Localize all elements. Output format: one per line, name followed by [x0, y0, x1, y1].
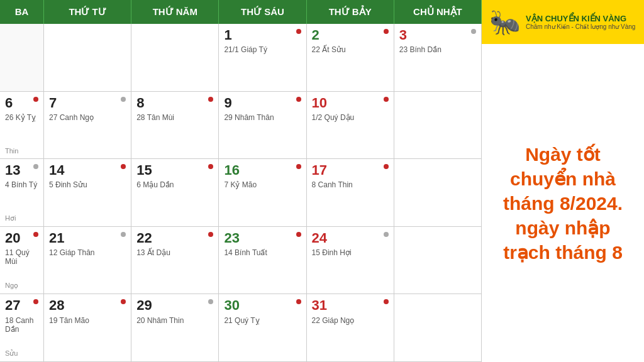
logo-text-block: VẬN CHUYỂN KIẾN VÀNG Chăm như Kiến - Chấ… [526, 14, 635, 30]
day-dot [33, 232, 38, 237]
cell-r3-c2: 2213 Ất Dậu [131, 227, 219, 294]
header-col-1: THỨ TƯ [44, 0, 131, 24]
day-number: 14 [49, 163, 126, 178]
cell-r4-c2: 2920 Nhâm Thin [131, 294, 219, 361]
calendar-row-0: 121/1 Giáp Tý222 Ất Sửu323 Bính Dần [0, 24, 482, 92]
lunar-date: 21 Quý Tỵ [224, 316, 301, 325]
calendar-row-2: 134 Bính TýHơi145 Đinh Sửu156 Mậu Dần167… [0, 159, 482, 227]
lunar-date: 23 Bính Dần [399, 45, 476, 54]
lunar-date: 12 Giáp Thân [49, 248, 126, 257]
lunar-date: 18 Canh Dần [5, 316, 38, 334]
day-number: 29 [136, 298, 213, 313]
day-number: 3 [399, 28, 476, 43]
cell-r4-c1: 2819 Tân Mão [44, 294, 131, 361]
day-dot [121, 232, 126, 237]
cell-r0-c5: 323 Bính Dần [394, 24, 482, 91]
logo-title: VẬN CHUYỂN KIẾN VÀNG [526, 14, 635, 23]
header-col-2: THỨ NĂM [131, 0, 219, 24]
calendar-header: BA THỨ TƯ THỨ NĂM THỨ SÁU THỨ BẢY CHỦ NH… [0, 0, 482, 24]
day-dot [296, 232, 301, 237]
day-dot [384, 97, 389, 102]
cell-r3-c0: 2011 Quý MùiNgọ [0, 227, 44, 294]
lunar-date: 29 Nhâm Thân [224, 113, 301, 122]
cell-r2-c0: 134 Bính TýHơi [0, 159, 44, 226]
day-number: 15 [136, 163, 213, 178]
calendar-row-3: 2011 Quý MùiNgọ2112 Giáp Thân2213 Ất Dậu… [0, 227, 482, 295]
cell-r0-c2 [131, 24, 219, 91]
cell-r2-c2: 156 Mậu Dần [131, 159, 219, 226]
day-dot [296, 97, 301, 102]
lunar-date: 21/1 Giáp Tý [224, 45, 301, 54]
lunar-date: 5 Đinh Sửu [49, 180, 126, 189]
logo-sub: Chăm như Kiến - Chất lượng như Vàng [526, 23, 635, 30]
cell-r4-c0: 2718 Canh DầnSửu [0, 294, 44, 361]
cell-r0-c1 [44, 24, 131, 91]
day-number: 30 [224, 298, 301, 313]
cell-r4-c5 [394, 294, 482, 361]
header-col-0: BA [0, 0, 44, 24]
day-dot [471, 29, 476, 34]
calendar-row-1: 626 Kỷ TỵThin727 Canh Ngọ828 Tân Mùi929 … [0, 92, 482, 160]
cell-r2-c4: 178 Canh Thin [307, 159, 394, 226]
cell-r3-c4: 2415 Đinh Hợi [307, 227, 394, 294]
lunar-date: 28 Tân Mùi [136, 113, 213, 122]
lunar-date: 6 Mậu Dần [136, 180, 213, 189]
day-number: 1 [224, 28, 301, 43]
lunar-date: 20 Nhâm Thin [136, 316, 213, 325]
cell-r2-c3: 167 Kỷ Mão [219, 159, 306, 226]
day-dot [208, 97, 213, 102]
day-number: 21 [49, 231, 126, 246]
promo-content: Ngày tốt chuyển nhà tháng 8/2024. ngày n… [494, 142, 631, 265]
day-number: 8 [136, 96, 213, 111]
cell-r1-c0: 626 Kỷ TỵThin [0, 92, 44, 159]
lunar-date: 26 Kỷ Tỵ [5, 113, 38, 122]
lunar-date: 14 Bính Tuất [224, 248, 301, 257]
day-dot [384, 164, 389, 169]
cell-r0-c3: 121/1 Giáp Tý [219, 24, 306, 91]
logo-icon: 🐜 [489, 8, 521, 37]
side-text: Ngọ [5, 282, 38, 290]
cell-r3-c1: 2112 Giáp Thân [44, 227, 131, 294]
header-col-5: CHỦ NHẬT [394, 0, 482, 24]
cell-r0-c0 [0, 24, 44, 91]
sidebar: 🐜 VẬN CHUYỂN KIẾN VÀNG Chăm như Kiến - C… [482, 0, 644, 362]
day-number: 7 [49, 96, 126, 111]
cell-r1-c3: 929 Nhâm Thân [219, 92, 306, 159]
cell-r2-c5 [394, 159, 482, 226]
lunar-date: 22 Ất Sửu [312, 45, 389, 54]
calendar-section: BA THỨ TƯ THỨ NĂM THỨ SÁU THỨ BẢY CHỦ NH… [0, 0, 482, 362]
lunar-date: 11 Quý Mùi [5, 248, 38, 266]
cell-r0-c4: 222 Ất Sửu [307, 24, 394, 91]
lunar-date: 22 Giáp Ngọ [312, 316, 389, 325]
cell-r1-c1: 727 Canh Ngọ [44, 92, 131, 159]
cell-r1-c4: 101/2 Quý Dậu [307, 92, 394, 159]
cell-r4-c4: 3122 Giáp Ngọ [307, 294, 394, 361]
day-number: 16 [224, 163, 301, 178]
calendar-body: 121/1 Giáp Tý222 Ất Sửu323 Bính Dần626 K… [0, 24, 482, 362]
header-col-4: THỨ BẢY [307, 0, 394, 24]
header-col-3: THỨ SÁU [219, 0, 306, 24]
lunar-date: 19 Tân Mão [49, 316, 126, 325]
day-number: 24 [312, 231, 389, 246]
lunar-date: 7 Kỷ Mão [224, 180, 301, 189]
calendar-row-4: 2718 Canh DầnSửu2819 Tân Mão2920 Nhâm Th… [0, 294, 482, 362]
day-number: 22 [136, 231, 213, 246]
day-dot [33, 97, 38, 102]
day-dot [296, 299, 301, 304]
lunar-date: 8 Canh Thin [312, 180, 389, 189]
day-number: 31 [312, 298, 389, 313]
day-number: 10 [312, 96, 389, 111]
lunar-date: 15 Đinh Hợi [312, 248, 389, 257]
cell-r4-c3: 3021 Quý Tỵ [219, 294, 306, 361]
day-dot [384, 232, 389, 237]
side-text: Hơi [5, 214, 38, 222]
day-dot [296, 29, 301, 34]
day-number: 23 [224, 231, 301, 246]
day-number: 28 [49, 298, 126, 313]
lunar-date: 1/2 Quý Dậu [312, 113, 389, 122]
lunar-date: 27 Canh Ngọ [49, 113, 126, 122]
side-text: Sửu [5, 349, 38, 358]
day-number: 9 [224, 96, 301, 111]
cell-r1-c5 [394, 92, 482, 159]
day-dot [384, 29, 389, 34]
